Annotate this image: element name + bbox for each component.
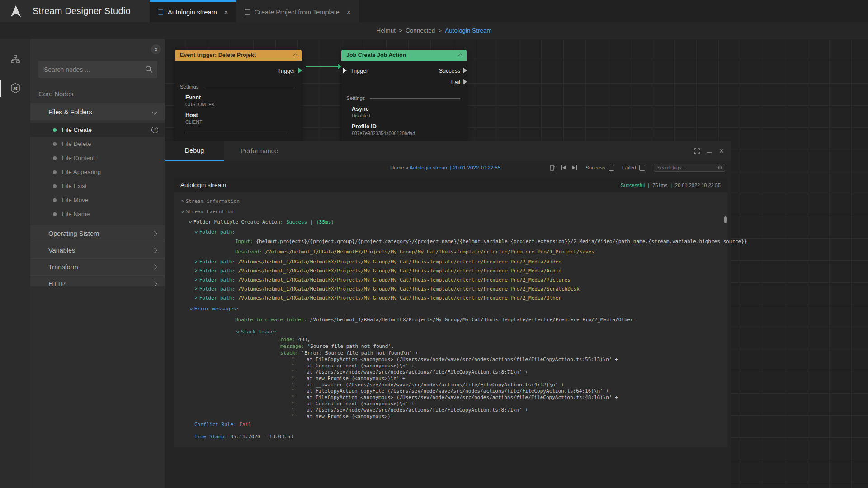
sidebar-item-file-create[interactable]: File Createi [30, 123, 165, 137]
setting-label: Profile ID [352, 123, 460, 130]
log-tree-line[interactable]: >Stack Trace: [178, 329, 725, 335]
collapse-chevron-icon[interactable]: > [187, 221, 193, 223]
log-tree-line[interactable]: >Stream information [178, 198, 725, 205]
collapse-chevron-icon[interactable]: > [179, 211, 186, 213]
collapse-chevron-icon[interactable]: > [188, 308, 194, 310]
sidebar-group-http[interactable]: HTTP [30, 276, 165, 286]
expand-chevron-icon[interactable]: > [195, 295, 197, 301]
log-tree-line[interactable]: >Folder path: [178, 229, 725, 235]
log-segment: ' at new Promise (<anonymous>)' [292, 413, 393, 419]
node-dot-icon [53, 170, 57, 174]
collapse-chevron-icon[interactable] [458, 54, 463, 58]
info-icon[interactable]: i [151, 127, 158, 133]
log-text-line: ' at FileCopyAction.<anonymous> (/Users/… [178, 394, 725, 401]
node-event-trigger[interactable]: Event trigger: Delete Projekt Trigger Se… [175, 50, 302, 141]
sidebar-item-file-delete[interactable]: File Delete [30, 137, 165, 151]
sidebar-item-file-name[interactable]: File Name [30, 207, 165, 221]
skip-next-icon[interactable] [571, 164, 578, 171]
log-entry-duration: 751ms [652, 183, 667, 188]
expand-chevron-icon[interactable]: > [181, 198, 184, 205]
connection-trigger-trigger[interactable] [306, 66, 338, 67]
node-header[interactable]: Job Create Job Action [341, 50, 467, 61]
log-segment: /Volumes/helmut_1/RGala/HelmutFX/Project… [310, 317, 633, 323]
tab-close-icon[interactable]: × [224, 8, 228, 16]
rail-nodes-button[interactable]: JS [0, 78, 30, 99]
output-port[interactable] [463, 79, 467, 84]
search-nodes-input[interactable] [38, 61, 157, 78]
debug-panel: Debug Performance Home > [165, 141, 731, 488]
port-label: Trigger [278, 68, 295, 74]
log-entry-header[interactable]: Autologin stream Successful | 751ms | 20… [174, 178, 727, 192]
sidebar-close-icon[interactable]: × [151, 44, 161, 54]
input-port[interactable] [343, 68, 347, 73]
minimize-panel-icon[interactable] [707, 148, 712, 154]
sidebar-item-file-exist[interactable]: File Exist [30, 179, 165, 193]
node-setting[interactable]: AsyncDisabled [352, 106, 460, 118]
node-setting[interactable]: HostCLIENT [185, 112, 295, 125]
log-tree-line[interactable]: >Folder path: /Volumes/helmut_1/RGala/He… [178, 268, 725, 274]
filter-success-checkbox[interactable] [609, 165, 614, 171]
node-job-create[interactable]: Job Create Job Action Trigger Success Fa… [341, 50, 467, 141]
expand-chevron-icon[interactable]: > [195, 286, 197, 292]
sidebar-item-file-move[interactable]: File Move [30, 193, 165, 207]
sidebar-group-transform[interactable]: Transform [30, 259, 165, 276]
log-text-line: ' at /Users/sev/node/wave/src/nodes/acti… [178, 369, 725, 375]
log-segment: Input: [235, 239, 256, 244]
breadcrumb-item[interactable]: Connected [406, 27, 435, 34]
tab-debug[interactable]: Debug [165, 141, 224, 161]
log-tree-line[interactable]: >Folder path: /Volumes/helmut_1/RGala/He… [178, 259, 725, 265]
log-segment: ' at /Users/sev/node/wave/src/nodes/acti… [292, 407, 528, 413]
log-tree-line[interactable]: >Error messages: [178, 306, 725, 312]
node-item-label: File Name [62, 211, 90, 217]
log-tree-line[interactable]: >Folder Multiple Create Action: Success … [178, 219, 725, 225]
expand-chevron-icon[interactable]: > [195, 267, 197, 274]
sidebar-group-operating-sistem[interactable]: Operating Sistem [30, 225, 165, 242]
log-segment: Error messages: [194, 306, 239, 312]
log-segment: Success | (35ms) [286, 219, 334, 225]
sidebar-item-file-appearing[interactable]: File Appearing [30, 165, 165, 179]
window-tab[interactable]: Autologin stream× [150, 0, 236, 22]
settings-label: Settings [346, 95, 365, 101]
node-setting[interactable]: Profile ID607e7e9823354a000120bdad [352, 123, 460, 136]
log-entry-title: Autologin stream [180, 182, 226, 188]
sidebar-group-files-folders[interactable]: Files & Folders [30, 103, 165, 120]
log-text-line: ' at new Promise (<anonymous>)\n' + [178, 375, 725, 382]
sidebar-item-file-content[interactable]: File Content [30, 151, 165, 165]
debug-breadcrumb-current[interactable]: Autologin stream | 20.01.2022 10:22:55 [410, 165, 500, 170]
sidebar-group-variables[interactable]: Variables [30, 242, 165, 259]
stream-canvas[interactable]: Event trigger: Delete Projekt Trigger Se… [165, 39, 868, 488]
log-segment: 'Error: Source file path not found\n' + [301, 350, 418, 356]
group-label: Variables [48, 247, 75, 254]
node-dot-icon [53, 212, 57, 216]
search-logs-input[interactable] [654, 164, 725, 172]
node-setting[interactable]: EventCUSTOM_FX [185, 94, 295, 107]
log-tree-line[interactable]: >Folder path: /Volumes/helmut_1/RGala/He… [178, 295, 725, 301]
collapse-chevron-icon[interactable] [293, 54, 298, 58]
collapse-chevron-icon[interactable]: > [234, 331, 241, 333]
expand-panel-icon[interactable] [694, 148, 700, 154]
log-tree-line[interactable]: >Folder path: /Volumes/helmut_1/RGala/He… [178, 277, 725, 283]
log-text-line: ' at FileCopyAction.<anonymous> (/Users/… [178, 357, 725, 363]
sidebar-list: Core NodesFiles & FoldersFile CreateiFil… [30, 84, 165, 286]
log-tree-line[interactable]: >Stream Execution [178, 209, 725, 215]
window-tab[interactable]: Create Project from Template× [236, 0, 359, 22]
tab-close-icon[interactable]: × [347, 8, 351, 16]
log-scrollbar[interactable] [724, 216, 727, 223]
rail-streams-button[interactable] [0, 49, 30, 70]
filter-failed-checkbox[interactable] [639, 165, 645, 171]
skip-previous-icon[interactable] [560, 164, 567, 171]
tab-performance[interactable]: Performance [224, 141, 294, 161]
output-port[interactable] [463, 68, 467, 73]
breadcrumb-item[interactable]: Helmut [376, 27, 396, 34]
clear-logs-icon[interactable] [549, 164, 556, 171]
output-port[interactable] [298, 68, 302, 73]
expand-chevron-icon[interactable]: > [195, 277, 197, 283]
node-header[interactable]: Event trigger: Delete Projekt [175, 50, 302, 61]
breadcrumb-current[interactable]: Autologin Stream [445, 27, 492, 34]
debug-breadcrumb-home[interactable]: Home [390, 165, 404, 170]
log-tree-line[interactable]: >Folder path: /Volumes/helmut_1/RGala/He… [178, 286, 725, 292]
collapse-chevron-icon[interactable]: > [193, 231, 199, 233]
close-panel-icon[interactable] [719, 148, 724, 154]
expand-chevron-icon[interactable]: > [195, 258, 197, 265]
log-segment: Stream Execution [186, 209, 234, 215]
